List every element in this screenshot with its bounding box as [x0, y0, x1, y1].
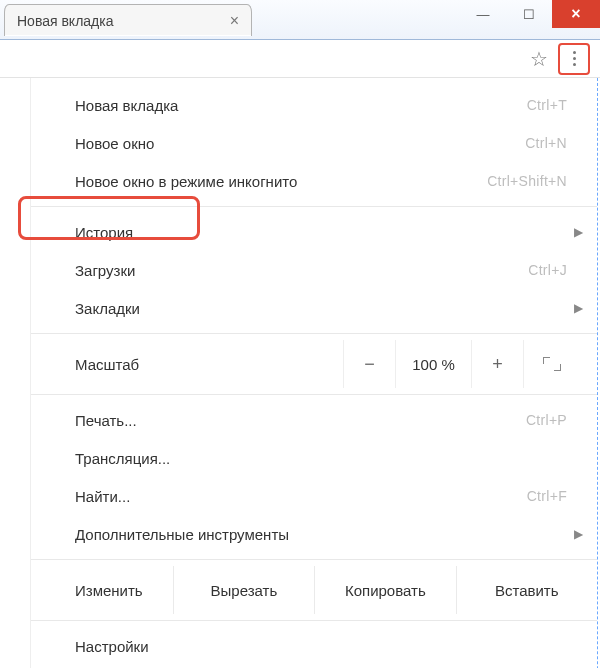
- menu-shortcut: Ctrl+P: [526, 412, 567, 428]
- edit-cut-button[interactable]: Вырезать: [173, 566, 314, 614]
- menu-label: Изменить: [75, 566, 173, 614]
- window-minimize-button[interactable]: —: [460, 0, 506, 28]
- menu-item-settings[interactable]: Настройки: [31, 627, 597, 665]
- menu-item-zoom: Масштаб − 100 % +: [31, 340, 597, 388]
- menu-shortcut: Ctrl+J: [528, 262, 567, 278]
- menu-shortcut: Ctrl+T: [527, 97, 567, 113]
- menu-label: Найти...: [75, 488, 130, 505]
- menu-separator: [31, 394, 597, 395]
- window-maximize-button[interactable]: ☐: [506, 0, 552, 28]
- menu-label: Настройки: [75, 638, 149, 655]
- menu-item-new-tab[interactable]: Новая вкладка Ctrl+T: [31, 86, 597, 124]
- menu-item-incognito[interactable]: Новое окно в режиме инкогнито Ctrl+Shift…: [31, 162, 597, 200]
- menu-separator: [31, 620, 597, 621]
- submenu-chevron-icon: ▶: [574, 527, 583, 541]
- menu-label: Новая вкладка: [75, 97, 178, 114]
- zoom-in-button[interactable]: +: [471, 340, 523, 388]
- edit-paste-button[interactable]: Вставить: [456, 566, 597, 614]
- menu-item-cast[interactable]: Трансляция...: [31, 439, 597, 477]
- zoom-value: 100 %: [395, 340, 471, 388]
- menu-separator: [31, 559, 597, 560]
- menu-item-print[interactable]: Печать... Ctrl+P: [31, 401, 597, 439]
- zoom-out-button[interactable]: −: [343, 340, 395, 388]
- menu-label: История: [75, 224, 133, 241]
- menu-label: Новое окно в режиме инкогнито: [75, 173, 297, 190]
- menu-item-new-window[interactable]: Новое окно Ctrl+N: [31, 124, 597, 162]
- menu-item-find[interactable]: Найти... Ctrl+F: [31, 477, 597, 515]
- submenu-chevron-icon: ▶: [574, 301, 583, 315]
- menu-separator: [31, 206, 597, 207]
- browser-tab[interactable]: Новая вкладка ×: [4, 4, 252, 36]
- bookmark-star-icon[interactable]: ☆: [530, 47, 548, 71]
- browser-toolbar: ☆: [0, 40, 600, 78]
- main-menu-button[interactable]: [558, 43, 590, 75]
- menu-shortcut: Ctrl+F: [527, 488, 567, 504]
- menu-shortcut: Ctrl+Shift+N: [487, 173, 567, 189]
- menu-label: Печать...: [75, 412, 137, 429]
- menu-label: Дополнительные инструменты: [75, 526, 289, 543]
- menu-label: Масштаб: [75, 356, 139, 373]
- edit-copy-button[interactable]: Копировать: [314, 566, 455, 614]
- menu-label: Загрузки: [75, 262, 135, 279]
- window-close-button[interactable]: ×: [552, 0, 600, 28]
- menu-label: Трансляция...: [75, 450, 170, 467]
- main-menu-dropdown: Новая вкладка Ctrl+T Новое окно Ctrl+N Н…: [30, 78, 598, 668]
- menu-label: Закладки: [75, 300, 140, 317]
- menu-item-edit: Изменить Вырезать Копировать Вставить: [31, 566, 597, 614]
- vertical-dots-icon: [573, 51, 576, 66]
- window-titlebar: Новая вкладка × — ☐ ×: [0, 0, 600, 40]
- tab-close-icon[interactable]: ×: [230, 13, 239, 29]
- menu-item-history[interactable]: История ▶: [31, 213, 597, 251]
- fullscreen-icon: [543, 357, 561, 371]
- tab-title: Новая вкладка: [17, 13, 114, 29]
- menu-item-more-tools[interactable]: Дополнительные инструменты ▶: [31, 515, 597, 553]
- fullscreen-button[interactable]: [523, 340, 579, 388]
- menu-item-bookmarks[interactable]: Закладки ▶: [31, 289, 597, 327]
- menu-shortcut: Ctrl+N: [525, 135, 567, 151]
- zoom-controls: − 100 % +: [343, 340, 579, 388]
- menu-label: Новое окно: [75, 135, 154, 152]
- menu-item-downloads[interactable]: Загрузки Ctrl+J: [31, 251, 597, 289]
- submenu-chevron-icon: ▶: [574, 225, 583, 239]
- menu-separator: [31, 333, 597, 334]
- window-controls: — ☐ ×: [460, 0, 600, 28]
